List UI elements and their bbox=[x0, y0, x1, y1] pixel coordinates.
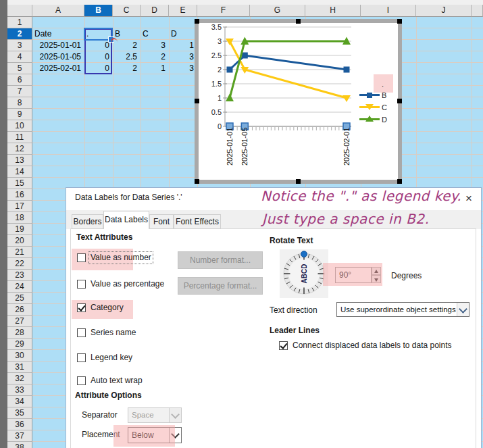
percentage-format-button[interactable]: Percentage format... bbox=[178, 277, 263, 295]
value-as-number-checkbox[interactable] bbox=[77, 253, 86, 262]
column-header-C[interactable]: C bbox=[113, 5, 141, 17]
row-header-37[interactable]: 37 bbox=[7, 430, 32, 442]
rotation-dial[interactable]: ABCD bbox=[280, 249, 328, 298]
column-header-A[interactable]: A bbox=[32, 5, 84, 17]
column-header-H[interactable]: H bbox=[305, 5, 361, 17]
row-header-10[interactable]: 10 bbox=[7, 120, 32, 132]
row-header-38[interactable]: 38 bbox=[7, 442, 32, 448]
series-name-label[interactable]: Series name bbox=[91, 328, 136, 337]
row-header-30[interactable]: 30 bbox=[7, 350, 32, 362]
category-label[interactable]: Category bbox=[91, 303, 124, 312]
row-header-22[interactable]: 22 bbox=[7, 258, 32, 270]
chart-selection-handle[interactable] bbox=[397, 179, 402, 184]
legend-entry[interactable]: . bbox=[358, 79, 397, 90]
value-as-percentage-checkbox[interactable] bbox=[77, 280, 86, 289]
column-header-partial[interactable] bbox=[472, 5, 483, 17]
chart-selection-handle[interactable] bbox=[195, 179, 199, 184]
legend-key-label[interactable]: Legend key bbox=[91, 353, 132, 362]
tab-data-labels[interactable]: Data Labels bbox=[103, 211, 149, 229]
chart-selection-handle[interactable] bbox=[195, 19, 199, 24]
column-header-B[interactable]: B bbox=[84, 5, 113, 17]
legend-entry[interactable]: B bbox=[358, 90, 397, 101]
cell-D4[interactable]: 2 bbox=[141, 51, 168, 63]
column-header-D[interactable]: D bbox=[141, 5, 169, 17]
row-header-24[interactable]: 24 bbox=[7, 281, 32, 293]
tab-borders[interactable]: Borders bbox=[72, 214, 103, 229]
legend-key-checkbox[interactable] bbox=[77, 353, 86, 362]
auto-text-wrap-label[interactable]: Auto text wrap bbox=[91, 376, 143, 385]
legend-entry[interactable]: D bbox=[358, 114, 397, 125]
row-header-25[interactable]: 25 bbox=[7, 293, 32, 304]
row-header-13[interactable]: 13 bbox=[7, 155, 32, 166]
cell-E5[interactable]: 3 bbox=[169, 63, 197, 74]
column-header-F[interactable]: F bbox=[197, 5, 250, 17]
series-name-checkbox[interactable] bbox=[77, 328, 86, 337]
cell-D2[interactable]: C bbox=[141, 28, 168, 40]
text-direction-select[interactable]: Use superordinate object settings bbox=[336, 302, 469, 317]
column-header-E[interactable]: E bbox=[169, 5, 197, 17]
cell-A5[interactable]: 2025-02-01 bbox=[32, 63, 84, 74]
close-icon[interactable]: × bbox=[461, 191, 477, 207]
cell-C4[interactable]: 2.5 bbox=[113, 51, 140, 63]
row-header-28[interactable]: 28 bbox=[7, 327, 32, 339]
row-header-12[interactable]: 12 bbox=[7, 143, 32, 155]
value-as-percentage-label[interactable]: Value as percentage bbox=[91, 280, 164, 289]
chart-selection-handle[interactable] bbox=[296, 19, 301, 24]
connect-leader-lines-checkbox[interactable] bbox=[279, 341, 288, 350]
row-header-23[interactable]: 23 bbox=[7, 270, 32, 281]
category-checkbox[interactable] bbox=[77, 303, 86, 312]
cell-A3[interactable]: 2025-01-01 bbox=[32, 40, 84, 51]
row-header-21[interactable]: 21 bbox=[7, 247, 32, 258]
row-header-11[interactable]: 11 bbox=[7, 132, 32, 143]
row-header-35[interactable]: 35 bbox=[7, 407, 32, 419]
tab-font-effects[interactable]: Font Effects bbox=[174, 214, 221, 229]
cell-A4[interactable]: 2025-01-05 bbox=[32, 51, 84, 63]
chart-selection-handle[interactable] bbox=[397, 99, 402, 103]
separator-select[interactable]: Space bbox=[128, 407, 182, 423]
chart-selection-handle[interactable] bbox=[296, 179, 301, 184]
chart-selection-handle[interactable] bbox=[195, 99, 199, 103]
row-header-16[interactable]: 16 bbox=[7, 189, 32, 201]
row-header-26[interactable]: 26 bbox=[7, 304, 32, 316]
value-as-number-label[interactable]: Value as number bbox=[91, 253, 151, 262]
row-header-9[interactable]: 9 bbox=[7, 109, 32, 120]
sheet-corner[interactable] bbox=[7, 5, 32, 17]
row-header-6[interactable]: 6 bbox=[7, 74, 32, 86]
row-header-19[interactable]: 19 bbox=[7, 224, 32, 235]
cell-E2[interactable]: D bbox=[169, 28, 197, 40]
cell-A2[interactable]: Date bbox=[32, 28, 84, 40]
row-header-17[interactable]: 17 bbox=[7, 201, 32, 212]
row-header-14[interactable]: 14 bbox=[7, 166, 32, 178]
row-header-34[interactable]: 34 bbox=[7, 396, 32, 407]
row-header-8[interactable]: 8 bbox=[7, 97, 32, 109]
cell-E4[interactable]: 3 bbox=[169, 51, 197, 63]
cell-C5[interactable]: 2 bbox=[113, 63, 140, 74]
row-header-29[interactable]: 29 bbox=[7, 339, 32, 350]
row-header-7[interactable]: 7 bbox=[7, 86, 32, 97]
number-format-button[interactable]: Number format... bbox=[178, 251, 263, 269]
cell-E3[interactable]: 1 bbox=[169, 40, 197, 51]
row-header-5[interactable]: 5 bbox=[7, 63, 32, 74]
row-header-36[interactable]: 36 bbox=[7, 419, 32, 430]
row-header-31[interactable]: 31 bbox=[7, 362, 32, 373]
auto-text-wrap-checkbox[interactable] bbox=[77, 376, 86, 385]
column-header-J[interactable]: J bbox=[416, 5, 472, 17]
row-header-15[interactable]: 15 bbox=[7, 178, 32, 189]
row-header-4[interactable]: 4 bbox=[7, 51, 32, 63]
legend-entry[interactable]: C bbox=[358, 102, 397, 113]
row-header-3[interactable]: 3 bbox=[7, 40, 32, 51]
row-header-32[interactable]: 32 bbox=[7, 373, 32, 384]
column-header-G[interactable]: G bbox=[250, 5, 305, 17]
cell-D5[interactable]: 1 bbox=[141, 63, 168, 74]
column-header-I[interactable]: I bbox=[361, 5, 416, 17]
chart-selection-handle[interactable] bbox=[397, 19, 402, 24]
cell-C2[interactable]: B bbox=[113, 28, 140, 40]
row-header-27[interactable]: 27 bbox=[7, 316, 32, 327]
connect-leader-lines-label[interactable]: Connect displaced data labels to data po… bbox=[293, 341, 452, 350]
row-header-33[interactable]: 33 bbox=[7, 384, 32, 396]
chart[interactable]: 00.511.522.533.52025-01-012025-01-052025… bbox=[195, 19, 402, 184]
cell-D3[interactable]: 3 bbox=[141, 40, 168, 51]
row-header-2[interactable]: 2 bbox=[7, 28, 32, 40]
row-header-1[interactable]: 1 bbox=[7, 17, 32, 28]
row-header-20[interactable]: 20 bbox=[7, 235, 32, 247]
